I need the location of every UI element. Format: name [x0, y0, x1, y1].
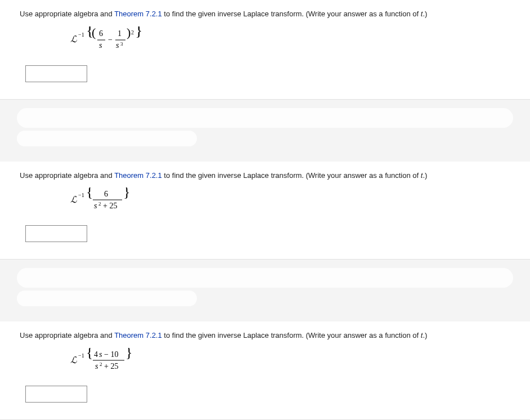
- prompt-text-suffix: .): [423, 171, 427, 180]
- prompt-text-prefix: Use appropriate algebra and: [20, 171, 114, 180]
- svg-text:3: 3: [120, 41, 123, 47]
- answer-input-2[interactable]: [25, 225, 87, 242]
- svg-text:ℒ: ℒ: [70, 195, 77, 204]
- svg-text:s: s: [116, 41, 119, 50]
- svg-text:2: 2: [98, 201, 101, 207]
- theorem-link[interactable]: Theorem 7.2.1: [114, 10, 162, 18]
- svg-text:s: s: [95, 362, 98, 370]
- question-prompt: Use appropriate algebra and Theorem 7.2.…: [20, 8, 510, 20]
- svg-text:{: {: [86, 187, 93, 200]
- svg-text:}: }: [125, 348, 132, 360]
- question-prompt: Use appropriate algebra and Theorem 7.2.…: [20, 170, 510, 181]
- formula-display: ℒ −1 { 4 s − 10 s 2 + 25 }: [70, 348, 510, 376]
- svg-text:{: {: [86, 348, 93, 360]
- question-block-1: Use appropriate algebra and Theorem 7.2.…: [0, 0, 530, 100]
- question-block-3: Use appropriate algebra and Theorem 7.2.…: [0, 321, 530, 420]
- svg-text:+ 25: + 25: [104, 362, 118, 370]
- section-gap-1: [0, 100, 530, 162]
- formula-display: ℒ −1 { ( 6 s − 1 s 3 ) 2 }: [70, 26, 510, 55]
- prompt-text-suffix: .): [423, 331, 427, 339]
- svg-text:): ): [127, 26, 131, 39]
- svg-text:}: }: [123, 187, 130, 200]
- question-block-2: Use appropriate algebra and Theorem 7.2.…: [0, 162, 530, 260]
- section-gap-2: [0, 260, 530, 321]
- svg-text:−1: −1: [78, 32, 84, 38]
- svg-text:−1: −1: [78, 192, 84, 198]
- svg-text:6: 6: [104, 190, 108, 198]
- answer-input-3[interactable]: [25, 386, 87, 403]
- svg-text:−: −: [108, 35, 113, 44]
- svg-text:(: (: [92, 26, 96, 39]
- prompt-text-suffix: .): [423, 10, 427, 18]
- theorem-link[interactable]: Theorem 7.2.1: [114, 331, 162, 339]
- svg-text:ℒ: ℒ: [70, 355, 77, 365]
- svg-text:1: 1: [118, 29, 122, 38]
- svg-text:− 10: − 10: [104, 350, 118, 359]
- svg-text:s: s: [99, 41, 102, 50]
- svg-text:2: 2: [131, 29, 134, 35]
- prompt-text-prefix: Use appropriate algebra and: [20, 331, 114, 339]
- svg-text:}: }: [135, 26, 142, 39]
- prompt-text-middle: to find the given inverse Laplace transf…: [162, 10, 421, 18]
- prompt-text-middle: to find the given inverse Laplace transf…: [162, 171, 421, 180]
- svg-text:+ 25: + 25: [103, 202, 117, 210]
- theorem-link[interactable]: Theorem 7.2.1: [114, 171, 162, 180]
- svg-text:2: 2: [100, 361, 102, 367]
- formula-display: ℒ −1 { 6 s 2 + 25 }: [70, 187, 510, 215]
- svg-text:4: 4: [94, 350, 98, 359]
- svg-text:s: s: [99, 350, 102, 359]
- laplace-formula-3: ℒ −1 { 4 s − 10 s 2 + 25 }: [70, 348, 155, 374]
- svg-text:−1: −1: [78, 352, 84, 359]
- answer-input-1[interactable]: [25, 65, 87, 82]
- svg-text:6: 6: [99, 29, 103, 38]
- prompt-text-prefix: Use appropriate algebra and: [20, 10, 114, 18]
- laplace-formula-1: ℒ −1 { ( 6 s − 1 s 3 ) 2 }: [70, 26, 155, 53]
- question-prompt: Use appropriate algebra and Theorem 7.2.…: [20, 330, 510, 341]
- laplace-formula-2: ℒ −1 { 6 s 2 + 25 }: [70, 187, 149, 213]
- svg-text:ℒ: ℒ: [70, 34, 77, 44]
- prompt-text-middle: to find the given inverse Laplace transf…: [162, 331, 421, 339]
- svg-text:s: s: [94, 202, 97, 210]
